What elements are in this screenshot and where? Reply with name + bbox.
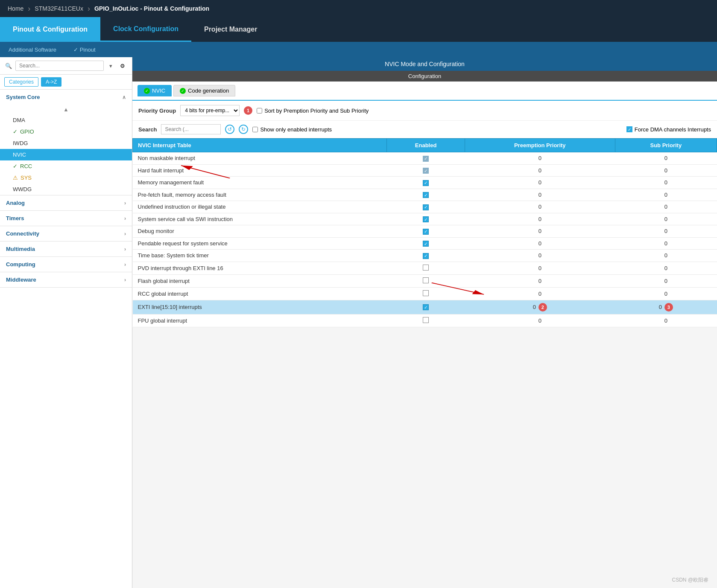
cell-enabled[interactable]: ✓	[387, 201, 465, 213]
cell-preemption[interactable]: 0	[465, 189, 615, 201]
cell-enabled[interactable]	[387, 287, 465, 300]
cell-preemption[interactable]: 0	[465, 177, 615, 189]
cell-sub-priority[interactable]: 0	[615, 225, 717, 238]
sidebar-item-gpio[interactable]: ✓ GPIO	[0, 126, 132, 137]
cell-sub-priority[interactable]: 0	[615, 262, 717, 274]
cell-enabled[interactable]	[387, 314, 465, 327]
cell-sub-priority[interactable]: 0	[615, 177, 717, 189]
cell-sub-priority[interactable]: 0	[615, 164, 717, 177]
priority-group-select[interactable]: 4 bits for pre-emp...	[180, 105, 240, 116]
sub-tab-pinout[interactable]: ✓ Pinout	[73, 47, 95, 53]
cell-preemption[interactable]: 02	[465, 300, 615, 314]
nvic-tab-nvic[interactable]: ✓ NVIC	[138, 85, 172, 96]
nvic-check-icon: ✓	[144, 88, 150, 94]
tab-pinout-config[interactable]: Pinout & Configuration	[0, 17, 100, 42]
cell-preemption[interactable]: 0	[465, 225, 615, 238]
cat-tab-atoz[interactable]: A->Z	[41, 77, 61, 87]
cell-sub-priority[interactable]: 0	[615, 287, 717, 300]
iwdg-label: IWDG	[13, 140, 28, 146]
nvic-table: NVIC Interrupt Table Enabled Preemption …	[132, 138, 717, 327]
section-analog: Analog ›	[0, 195, 132, 211]
cell-sub-priority[interactable]: 0	[615, 201, 717, 213]
cell-enabled[interactable]: ✓	[387, 152, 465, 165]
table-row: Time base: System tick timer✓00	[133, 250, 717, 262]
sidebar-search-input[interactable]	[15, 61, 104, 71]
section-computing: Computing ›	[0, 257, 132, 272]
section-timers-label: Timers	[6, 215, 24, 221]
breadcrumb-file[interactable]: GPIO_InOut.ioc - Pinout & Configuration	[91, 5, 213, 12]
content-header: NVIC Mode and Configuration	[132, 57, 717, 71]
force-dma-checkbox[interactable]: ✓	[626, 126, 632, 132]
section-connectivity: Connectivity ›	[0, 226, 132, 242]
breadcrumb-home[interactable]: Home	[4, 5, 27, 12]
table-row: System service call via SWI instruction✓…	[133, 213, 717, 225]
cell-preemption[interactable]: 0	[465, 237, 615, 250]
sub-tab-additional[interactable]: Additional Software	[9, 47, 56, 53]
cell-preemption[interactable]: 0	[465, 274, 615, 287]
section-analog-header[interactable]: Analog ›	[0, 195, 132, 210]
cat-tab-categories[interactable]: Categories	[4, 77, 38, 87]
cell-sub-priority[interactable]: 0	[615, 274, 717, 287]
sidebar-dropdown-icon[interactable]: ▾	[106, 61, 115, 70]
cell-preemption[interactable]: 0	[465, 287, 615, 300]
sidebar-gear-icon[interactable]: ⚙	[117, 61, 128, 71]
cell-enabled[interactable]: ✓	[387, 300, 465, 314]
wwdg-label: WWDG	[13, 186, 32, 192]
section-computing-header[interactable]: Computing ›	[0, 257, 132, 272]
table-row: RCC global interrupt00	[133, 287, 717, 300]
section-timers-chevron: ›	[124, 215, 126, 221]
refresh-btn-2[interactable]: ↻	[239, 125, 248, 134]
system-core-items: DMA ✓ GPIO IWDG NVIC ✓ RCC ⚠ S	[0, 114, 132, 195]
cell-preemption[interactable]: 0	[465, 314, 615, 327]
cell-enabled[interactable]: ✓	[387, 225, 465, 238]
cell-preemption[interactable]: 0	[465, 213, 615, 225]
cell-preemption[interactable]: 0	[465, 164, 615, 177]
breadcrumb-chip[interactable]: STM32F411CEUx	[31, 5, 87, 12]
sidebar-item-dma[interactable]: DMA	[0, 114, 132, 126]
cell-preemption[interactable]: 0	[465, 152, 615, 165]
cell-enabled[interactable]	[387, 274, 465, 287]
cell-enabled[interactable]: ✓	[387, 213, 465, 225]
cell-enabled[interactable]	[387, 262, 465, 274]
scroll-up-btn[interactable]: ▲	[0, 105, 132, 114]
section-connectivity-header[interactable]: Connectivity ›	[0, 226, 132, 241]
tab-project[interactable]: Project Manager	[191, 17, 270, 42]
table-header-row: NVIC Interrupt Table Enabled Preemption …	[133, 139, 717, 152]
cell-sub-priority[interactable]: 0	[615, 152, 717, 165]
sidebar-item-rcc[interactable]: ✓ RCC	[0, 160, 132, 172]
cell-name: Hard fault interrupt	[133, 164, 387, 177]
sidebar-item-wwdg[interactable]: WWDG	[0, 183, 132, 195]
cell-preemption[interactable]: 0	[465, 250, 615, 262]
cell-enabled[interactable]: ✓	[387, 177, 465, 189]
section-system-core-header[interactable]: System Core ∧	[0, 90, 132, 105]
section-system-core-chevron: ∧	[122, 94, 126, 100]
sidebar-item-iwdg[interactable]: IWDG	[0, 137, 132, 149]
cell-sub-priority[interactable]: 0	[615, 213, 717, 225]
cell-sub-priority[interactable]: 0	[615, 237, 717, 250]
cell-preemption[interactable]: 0	[465, 262, 615, 274]
section-multimedia-header[interactable]: Multimedia ›	[0, 242, 132, 256]
sidebar-item-sys[interactable]: ⚠ SYS	[0, 172, 132, 183]
cell-preemption[interactable]: 0	[465, 201, 615, 213]
show-enabled-checkbox[interactable]	[252, 127, 258, 132]
sys-warn-icon: ⚠	[13, 175, 18, 181]
cell-enabled[interactable]: ✓	[387, 237, 465, 250]
cell-sub-priority[interactable]: 0	[615, 189, 717, 201]
cell-sub-priority[interactable]: 03	[615, 300, 717, 314]
section-middleware-header[interactable]: Middleware ›	[0, 272, 132, 287]
sidebar-item-nvic[interactable]: NVIC	[0, 149, 132, 160]
section-timers-header[interactable]: Timers ›	[0, 211, 132, 226]
cell-enabled[interactable]: ✓	[387, 250, 465, 262]
category-tabs: Categories A->Z	[0, 75, 132, 90]
refresh-btn-1[interactable]: ↺	[225, 125, 234, 134]
cell-enabled[interactable]: ✓	[387, 189, 465, 201]
cell-sub-priority[interactable]: 0	[615, 314, 717, 327]
section-multimedia-chevron: ›	[124, 246, 126, 252]
tab-clock-config[interactable]: Clock Configuration	[100, 17, 191, 42]
cell-sub-priority[interactable]: 0	[615, 250, 717, 262]
cell-enabled[interactable]: ✓	[387, 164, 465, 177]
nvic-tab-codegen[interactable]: ✓ Code generation	[173, 85, 235, 96]
sidebar-search-bar: 🔍 ▾ ⚙	[0, 57, 132, 75]
sort-priority-checkbox[interactable]	[257, 108, 262, 114]
nvic-search-input[interactable]	[161, 124, 221, 134]
